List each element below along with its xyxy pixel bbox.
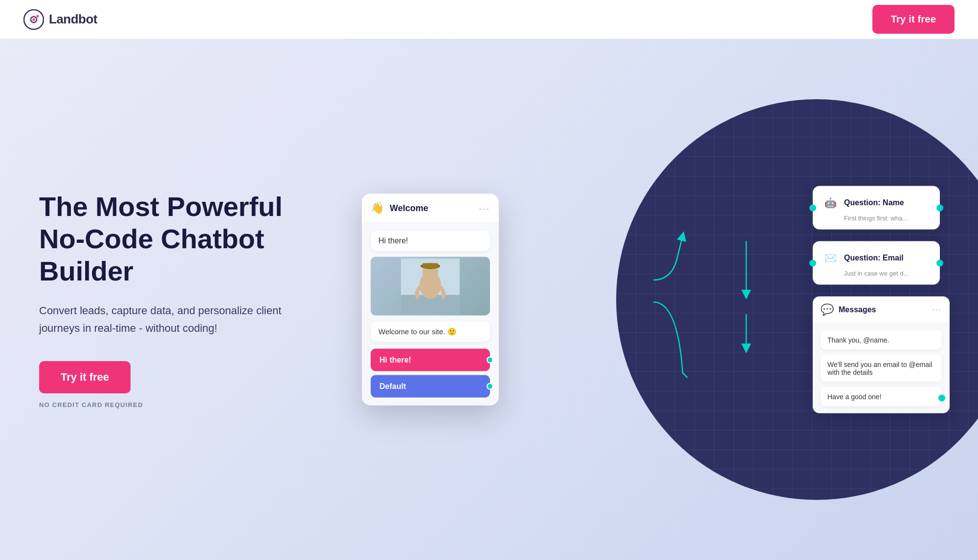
flow-name-dot-right [936,204,943,211]
try-it-free-hero-button[interactable]: Try it free [39,361,131,393]
hero-section: The Most Powerful No-Code Chatbot Builde… [0,39,978,560]
flow-name-icon: 🤖 [822,194,839,212]
svg-point-3 [33,18,35,21]
messages-icon: 💬 [821,303,834,316]
navbar: Landbot Try it free [0,0,978,39]
message-line-1: Thank you, @name. [821,330,942,350]
flow-email-icon: ✉️ [822,249,839,267]
message-line-3: Have a good one! [821,387,942,407]
flow-email-title: Question: Email [844,254,904,262]
flow-name-subtitle: First things first: wha... [844,215,931,222]
flow-card-name: 🤖 Question: Name First things first: wha… [813,186,940,230]
chat-dots-menu[interactable]: ··· [479,202,490,214]
flow-name-title: Question: Name [844,198,904,207]
hero-left-content: The Most Powerful No-Code Chatbot Builde… [39,191,313,409]
messages-card: 💬 Messages ··· Thank you, @name. We'll s… [813,297,950,413]
messages-end-dot [938,395,945,402]
messages-header: 💬 Messages ··· [813,297,950,323]
message-line-2: We'll send you an email to @email with t… [821,355,942,382]
flow-name-dot-left [809,204,816,211]
logo-icon [23,9,44,30]
chat-card-header: 👋 Welcome ··· [362,194,499,223]
hero-title: The Most Powerful No-Code Chatbot Builde… [39,191,313,287]
svg-point-5 [37,15,39,17]
person-silhouette [401,258,460,314]
logo-text: Landbot [49,12,97,27]
chat-card-title: Welcome [390,203,473,213]
chat-option-hi-there[interactable]: Hi there! [371,349,490,371]
chat-option-default[interactable]: Default [371,375,490,398]
flow-name-header: 🤖 Question: Name [822,194,931,212]
flow-email-dot-left [809,259,816,266]
messages-title: Messages [839,305,928,314]
wave-emoji: 👋 [371,202,384,215]
svg-rect-11 [422,263,438,268]
hero-subtitle: Convert leads, capture data, and persona… [39,302,313,336]
chat-card: 👋 Welcome ··· Hi there! [362,194,499,406]
flow-email-header: ✉️ Question: Email [822,249,931,267]
option-hi-dot [487,357,493,364]
chat-body: Hi there! [362,223,499,406]
flow-card-email: ✉️ Question: Email Just in case we get d… [813,241,940,285]
chat-image [371,257,490,316]
flow-email-subtitle: Just in case we get d... [844,270,931,277]
logo: Landbot [23,9,97,30]
no-credit-label: NO CREDIT CARD REQUIRED [39,401,313,409]
flow-email-dot-right [936,259,943,266]
hero-visual: 👋 Welcome ··· Hi there! [313,129,955,471]
option-default-dot [487,383,493,390]
chat-welcome-message: Welcome to our site. 🙂 [371,322,490,342]
try-it-free-nav-button[interactable]: Try it free [872,5,955,34]
chat-bubble-hi-there: Hi there! [371,231,490,251]
messages-dots[interactable]: ··· [933,305,942,314]
messages-body: Thank you, @name. We'll send you an emai… [813,323,950,413]
flow-cards-container: 🤖 Question: Name First things first: wha… [813,186,950,413]
